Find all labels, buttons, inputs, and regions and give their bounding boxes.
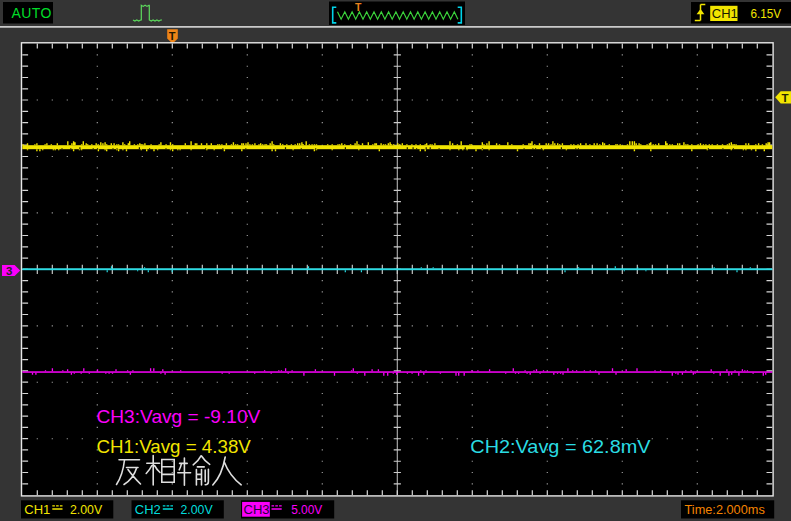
svg-text:2.00V: 2.00V	[181, 502, 214, 517]
svg-text:CH1: CH1	[24, 502, 50, 517]
svg-text:CH2:Vavg = 62.8mV: CH2:Vavg = 62.8mV	[470, 436, 651, 457]
svg-text:2.00V: 2.00V	[70, 502, 103, 517]
svg-text:CH2: CH2	[135, 502, 161, 517]
svg-text:CH3:Vavg = -9.10V: CH3:Vavg = -9.10V	[97, 406, 261, 427]
svg-text:CH3: CH3	[244, 502, 270, 517]
svg-text:T: T	[355, 1, 362, 13]
svg-text:Time:2.000ms: Time:2.000ms	[685, 502, 766, 517]
svg-text:6.15V: 6.15V	[751, 6, 782, 21]
svg-text:5.00V: 5.00V	[291, 502, 322, 517]
svg-text:CH1: CH1	[712, 6, 738, 21]
svg-text:3: 3	[6, 265, 12, 277]
svg-text:T: T	[169, 30, 176, 42]
svg-text:AUTO: AUTO	[12, 5, 52, 21]
svg-text:T: T	[782, 92, 789, 104]
svg-text:CH1:Vavg = 4.38V: CH1:Vavg = 4.38V	[97, 436, 252, 457]
